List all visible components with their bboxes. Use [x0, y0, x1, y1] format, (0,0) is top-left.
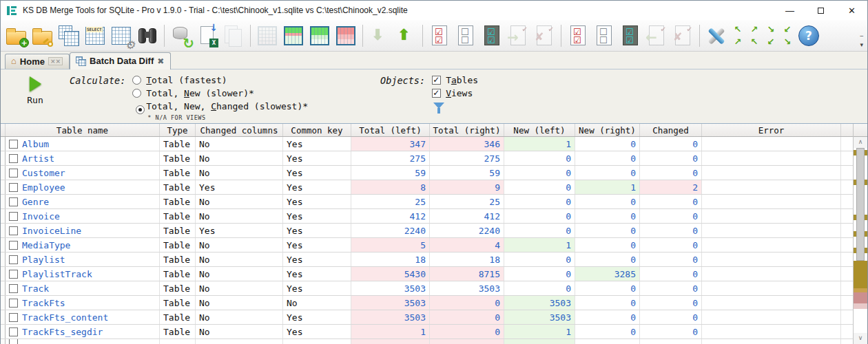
- table-row[interactable]: InvoiceTableNoYes412412000: [1, 209, 853, 224]
- table-row[interactable]: CustomerTableNoYes5959000: [1, 166, 853, 180]
- folder-key-icon[interactable]: [30, 23, 55, 48]
- cancel-x-icon: ✔✘: [532, 23, 557, 48]
- column-header[interactable]: Table name: [6, 124, 160, 136]
- row-checkbox[interactable]: [9, 270, 18, 279]
- grid-new-icon[interactable]: [307, 23, 332, 48]
- table-row[interactable]: TrackFtsTableNoNo35030350300: [1, 296, 853, 310]
- table-name: Invoice: [22, 211, 60, 222]
- checklist-red-icon[interactable]: ☑☑: [427, 23, 452, 48]
- row-checkbox[interactable]: [9, 197, 18, 206]
- excel-export-icon[interactable]: ↓X: [195, 23, 220, 48]
- tab-batch-data-diff[interactable]: Batch Data Diff ✖: [70, 52, 171, 69]
- table-row[interactable]: ArtistTableNoYes275275000: [1, 151, 853, 166]
- toolbar-separator: [362, 25, 363, 47]
- options-panel: Run Calculate: Total (fastest)Total, New…: [1, 69, 867, 123]
- table-row[interactable]: GenreTableNoYes2525000: [1, 195, 853, 209]
- objects-option-1[interactable]: Views: [432, 87, 478, 100]
- column-header[interactable]: New (right): [575, 124, 640, 136]
- row-checkbox[interactable]: [9, 241, 18, 250]
- radio-icon[interactable]: [132, 89, 141, 98]
- row-checkbox[interactable]: [9, 169, 18, 178]
- radio-icon[interactable]: [132, 76, 141, 85]
- checklist-dark-icon[interactable]: ☑☑: [479, 23, 504, 48]
- column-header[interactable]: Total (right): [430, 124, 504, 136]
- column-header[interactable]: Changed: [640, 124, 702, 136]
- table-row[interactable]: TrackTableNoYes35033503000: [1, 281, 853, 296]
- column-header[interactable]: Error: [702, 124, 841, 136]
- table-row[interactable]: MediaTypeTableNoYes54100: [1, 238, 853, 252]
- calculate-option-2[interactable]: Total, New, Changed (slowest)*: [132, 100, 308, 113]
- binoculars-icon[interactable]: [135, 23, 160, 48]
- toolbar-overflow-icon[interactable]: ‾▾: [860, 36, 865, 51]
- checklist-red-icon[interactable]: ☑☑: [566, 23, 590, 48]
- scrollbar-track[interactable]: [854, 148, 867, 333]
- checklist-empty-icon[interactable]: ☐☐: [592, 23, 617, 48]
- header-margin: [1, 124, 6, 136]
- table-row[interactable]: InvoiceLineTableYesYes22402240000: [1, 224, 853, 238]
- table-row[interactable]: TrackFts_segdirTableNoYes10100: [1, 325, 853, 339]
- table-name: Artist: [22, 153, 54, 164]
- tab-close-icon[interactable]: ✖: [157, 57, 164, 65]
- grid-diff-icon[interactable]: [281, 23, 306, 48]
- close-button[interactable]: ✕: [836, 1, 867, 20]
- column-header[interactable]: Common key: [283, 124, 351, 136]
- calculate-note: * N/A FOR VIEWS: [147, 114, 308, 121]
- help-icon[interactable]: ?: [796, 23, 821, 48]
- row-checkbox[interactable]: [9, 284, 18, 293]
- vertical-scrollbar[interactable]: ∧ ∨: [853, 124, 867, 344]
- row-checkbox[interactable]: [9, 212, 18, 221]
- minimize-button[interactable]: —: [774, 1, 805, 20]
- table-row[interactable]: PlaylistTrackTableNoYes54308715032850: [1, 267, 853, 281]
- objects-label: Objects:: [380, 74, 425, 123]
- grid-changed-icon[interactable]: [333, 23, 358, 48]
- objects-option-0[interactable]: Tables: [432, 74, 478, 87]
- table-name: Employee: [22, 182, 65, 193]
- table-row[interactable]: AlbumTableNoYes347346100: [1, 137, 853, 151]
- scrollbar-thumb[interactable]: [856, 148, 865, 261]
- arrow-down-icon: ⬇: [367, 23, 392, 48]
- column-header[interactable]: New (left): [504, 124, 575, 136]
- column-header[interactable]: Changed columns: [196, 124, 283, 136]
- table-row-partial[interactable]: [1, 339, 853, 344]
- row-checkbox[interactable]: [9, 327, 18, 336]
- checklist-dark-icon[interactable]: ☑☑: [618, 23, 643, 48]
- row-checkbox[interactable]: [9, 313, 18, 322]
- table-row[interactable]: PlaylistTableNoYes1818000: [1, 252, 853, 267]
- column-header[interactable]: Total (left): [351, 124, 430, 136]
- run-button[interactable]: [30, 76, 41, 92]
- checklist-empty-icon[interactable]: ☐☐: [453, 23, 478, 48]
- db-sync-icon[interactable]: ↻: [169, 23, 194, 48]
- folder-add-icon[interactable]: +: [4, 23, 29, 48]
- table-row[interactable]: EmployeeTableYesYes89012: [1, 180, 853, 195]
- calculate-option-1[interactable]: Total, New (slower)*: [132, 87, 308, 100]
- tables-stack-icon[interactable]: [56, 23, 81, 48]
- select-query-icon[interactable]: SELECT: [83, 23, 107, 48]
- scroll-down-icon[interactable]: ∨: [854, 333, 867, 344]
- arrow-up-icon[interactable]: ⬆: [393, 23, 418, 48]
- diff-results-grid: Table nameTypeChanged columnsCommon keyT…: [1, 123, 867, 344]
- table-name: MediaType: [22, 240, 70, 250]
- checkbox-icon[interactable]: [432, 76, 441, 85]
- scroll-up-icon[interactable]: ∧: [854, 137, 867, 148]
- grid-plain-icon: [255, 23, 280, 48]
- calculate-option-0[interactable]: Total (fastest): [132, 74, 308, 87]
- nav-arrows-icon[interactable]: ↖↗↘↙↗↖↙↘: [730, 23, 796, 48]
- tools-icon[interactable]: [704, 23, 729, 48]
- row-checkbox[interactable]: [9, 299, 18, 308]
- radio-icon[interactable]: [136, 105, 145, 114]
- row-checkbox[interactable]: [9, 183, 18, 192]
- tab-home[interactable]: ⌂ Home ××: [5, 54, 70, 69]
- row-checkbox[interactable]: [9, 255, 18, 264]
- maximize-button[interactable]: [805, 1, 836, 20]
- grid-body: AlbumTableNoYes347346100ArtistTableNoYes…: [1, 137, 853, 344]
- row-checkbox[interactable]: [9, 154, 18, 163]
- table-row[interactable]: TrackFts_contentTableNoYes35030350300: [1, 310, 853, 325]
- row-checkbox[interactable]: [9, 226, 18, 235]
- grid-gear-icon[interactable]: ⚙: [109, 23, 134, 48]
- row-checkbox[interactable]: [9, 140, 18, 149]
- filter-funnel-icon[interactable]: [433, 103, 444, 109]
- table-name: TrackFts_content: [22, 312, 108, 323]
- table-name: Genre: [22, 197, 49, 207]
- checkbox-icon[interactable]: [432, 89, 441, 98]
- column-header[interactable]: Type: [160, 124, 196, 136]
